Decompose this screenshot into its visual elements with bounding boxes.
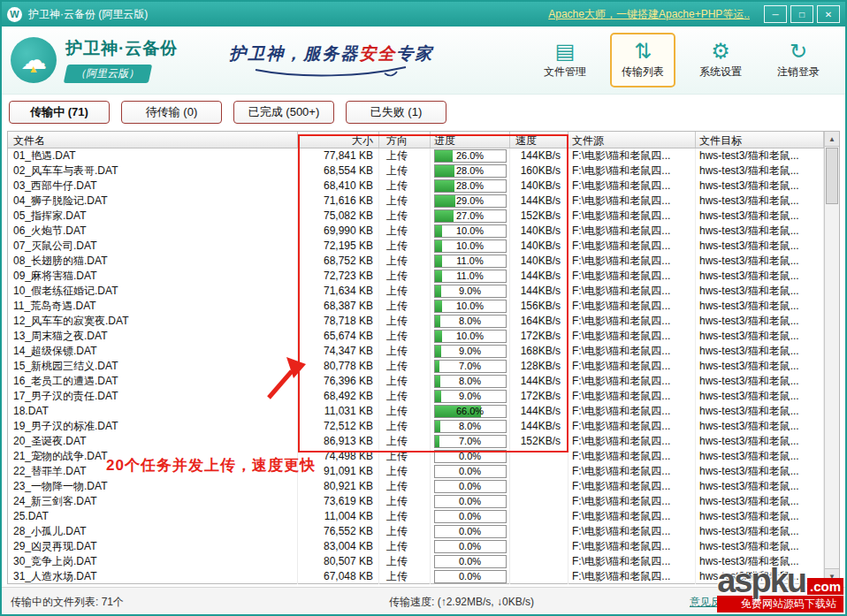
table-row[interactable]: 07_灭鼠公司.DAT72,195 KB上传10.0%140KB/sF:\电影\… (8, 239, 824, 254)
file-name-cell: 14_超级保镖.DAT (8, 344, 298, 359)
progress-label: 9.0% (435, 391, 506, 402)
nav-logout[interactable]: ↻ 注销登录 (766, 33, 831, 87)
table-row[interactable]: 15_新桃园三结义.DAT80,778 KB上传7.0%128KB/sF:\电影… (8, 359, 824, 374)
table-row[interactable]: 31_人造水场.DAT67,048 KB上传0.0%F:\电影\猫和老鼠四...… (8, 569, 824, 584)
target-cell: hws-test3/猫和老鼠... (696, 524, 824, 539)
tab-pending[interactable]: 待传输 (0) (121, 101, 222, 124)
table-row[interactable]: 20_圣诞夜.DAT86,913 KB上传7.0%152KB/sF:\电影\猫和… (8, 434, 824, 449)
progress-bar: 0.0% (434, 525, 507, 538)
file-size-cell: 68,492 KB (298, 389, 379, 404)
progress-cell: 0.0% (431, 479, 510, 494)
column-header-source[interactable]: 文件源 (568, 132, 696, 148)
target-cell: hws-test3/猫和老鼠... (696, 314, 824, 329)
tab-transferring[interactable]: 传输中 (71) (9, 101, 110, 124)
tab-failed[interactable]: 已失败 (1) (346, 101, 446, 124)
source-cell: F:\电影\猫和老鼠四... (568, 464, 696, 479)
file-size-cell: 71,616 KB (298, 194, 379, 209)
target-cell: hws-test3/猫和老鼠... (696, 479, 824, 494)
table-row[interactable]: 01_艳遇.DAT77,841 KB上传26.0%144KB/sF:\电影\猫和… (8, 148, 824, 164)
upload-arrow-icon: ▲ (28, 63, 39, 75)
column-header-target[interactable]: 文件目标 (696, 132, 824, 148)
progress-label: 0.0% (435, 571, 506, 582)
file-size-cell: 83,004 KB (298, 539, 379, 554)
progress-bar: 28.0% (434, 179, 507, 193)
table-header: 文件名 大小 方向 进度 速度 文件源 文件目标 (8, 132, 824, 148)
table-row[interactable]: 18.DAT11,031 KB上传66.0%144KB/sF:\电影\猫和老鼠四… (8, 404, 824, 419)
column-header-size[interactable]: 大小 (298, 132, 379, 148)
file-name-cell: 16_老员工的遭遇.DAT (8, 374, 298, 389)
file-name-cell: 23_一物降一物.DAT (8, 479, 298, 494)
column-header-progress[interactable]: 进度 (431, 132, 510, 148)
table-row[interactable]: 24_新三剑客.DAT73,619 KB上传0.0%F:\电影\猫和老鼠四...… (8, 494, 824, 509)
progress-label: 11.0% (435, 255, 506, 267)
table-row[interactable]: 11_荒岛奇遇.DAT68,387 KB上传10.0%156KB/sF:\电影\… (8, 299, 824, 314)
progress-label: 10.0% (435, 331, 506, 342)
file-name-cell: 17_男子汉的责任.DAT (8, 389, 298, 404)
table-row[interactable]: 25.DAT11,004 KB上传0.0%F:\电影\猫和老鼠四...hws-t… (8, 509, 824, 524)
table-row[interactable]: 21_宠物的战争.DAT74,498 KB上传0.0%F:\电影\猫和老鼠四..… (8, 449, 824, 464)
nav-system-settings[interactable]: ⚙ 系统设置 (688, 33, 753, 87)
minimize-button[interactable]: ─ (764, 5, 787, 23)
speed-cell: 144KB/s (510, 269, 568, 284)
table-row[interactable]: 03_西部牛仔.DAT68,410 KB上传28.0%140KB/sF:\电影\… (8, 179, 824, 194)
file-name-cell: 28_小孤儿.DAT (8, 524, 298, 539)
direction-cell: 上传 (379, 434, 431, 449)
scrollbar-thumb[interactable] (826, 148, 838, 204)
direction-cell: 上传 (379, 464, 431, 479)
tab-completed[interactable]: 已完成 (500+) (233, 101, 334, 124)
close-button[interactable]: ✕ (817, 5, 840, 23)
title-bar[interactable]: W 护卫神·云备份 (阿里云版) Apache大师，一键搭建Apache+PHP… (2, 2, 845, 27)
speed-cell: 140KB/s (510, 179, 568, 194)
file-name-cell: 07_灭鼠公司.DAT (8, 239, 298, 254)
vertical-scrollbar[interactable]: ▲ ▼ (824, 132, 839, 583)
table-row[interactable]: 06_火炮节.DAT69,990 KB上传10.0%140KB/sF:\电影\猫… (8, 224, 824, 239)
column-header-speed[interactable]: 速度 (510, 132, 568, 148)
progress-cell: 10.0% (431, 299, 510, 314)
target-cell: hws-test3/猫和老鼠... (696, 239, 824, 254)
promo-link[interactable]: Apache大师，一键搭建Apache+PHP等运.. (548, 7, 750, 22)
table-row[interactable]: 12_风车车的寂寞夜.DAT78,718 KB上传8.0%164KB/sF:\电… (8, 314, 824, 329)
maximize-button[interactable]: □ (790, 5, 813, 23)
column-header-direction[interactable]: 方向 (379, 132, 431, 148)
source-cell: F:\电影\猫和老鼠四... (568, 434, 696, 449)
app-logo: ☁ ▲ (11, 37, 57, 83)
table-row[interactable]: 30_竞争上岗.DAT80,507 KB上传0.0%F:\电影\猫和老鼠四...… (8, 554, 824, 569)
table-row[interactable]: 22_替罪羊.DAT91,091 KB上传0.0%F:\电影\猫和老鼠四...h… (8, 464, 824, 479)
file-size-cell: 75,082 KB (298, 209, 379, 224)
scroll-up-arrow-icon[interactable]: ▲ (825, 132, 839, 147)
table-row[interactable]: 09_麻将害猫.DAT72,723 KB上传11.0%144KB/sF:\电影\… (8, 269, 824, 284)
direction-cell: 上传 (379, 224, 431, 239)
source-cell: F:\电影\猫和老鼠四... (568, 449, 696, 464)
table-row[interactable]: 19_男子汉的标准.DAT72,512 KB上传8.0%144KB/sF:\电影… (8, 419, 824, 434)
speed-cell (510, 554, 568, 569)
table-row[interactable]: 13_周末猫之夜.DAT65,674 KB上传10.0%172KB/sF:\电影… (8, 329, 824, 344)
source-cell: F:\电影\猫和老鼠四... (568, 419, 696, 434)
speed-cell: 160KB/s (510, 164, 568, 179)
table-row[interactable]: 28_小孤儿.DAT76,552 KB上传0.0%F:\电影\猫和老鼠四...h… (8, 524, 824, 539)
target-cell: hws-test3/猫和老鼠... (696, 299, 824, 314)
direction-cell: 上传 (379, 449, 431, 464)
table-row[interactable]: 14_超级保镖.DAT74,347 KB上传9.0%168KB/sF:\电影\猫… (8, 344, 824, 359)
file-size-cell: 68,410 KB (298, 179, 379, 194)
progress-bar: 0.0% (434, 450, 507, 463)
file-size-cell: 72,723 KB (298, 269, 379, 284)
column-header-filename[interactable]: 文件名 (8, 132, 298, 148)
source-cell: F:\电影\猫和老鼠四... (568, 164, 696, 179)
table-row[interactable]: 05_指挥家.DAT75,082 KB上传27.0%152KB/sF:\电影\猫… (8, 209, 824, 224)
source-cell: F:\电影\猫和老鼠四... (568, 404, 696, 419)
table-row[interactable]: 17_男子汉的责任.DAT68,492 KB上传9.0%172KB/sF:\电影… (8, 389, 824, 404)
table-row[interactable]: 10_假老练征婚记.DAT71,634 KB上传9.0%144KB/sF:\电影… (8, 284, 824, 299)
direction-cell: 上传 (379, 299, 431, 314)
nav-file-manager[interactable]: ▤ 文件管理 (532, 33, 598, 87)
target-cell: hws-test3/猫和老鼠... (696, 164, 824, 179)
progress-cell: 29.0% (431, 194, 510, 209)
progress-bar: 10.0% (434, 240, 507, 253)
table-row[interactable]: 29_凶灵再现.DAT83,004 KB上传0.0%F:\电影\猫和老鼠四...… (8, 539, 824, 554)
table-row[interactable]: 23_一物降一物.DAT80,921 KB上传0.0%F:\电影\猫和老鼠四..… (8, 479, 824, 494)
nav-transfer-list[interactable]: ⇅ 传输列表 (610, 33, 675, 87)
table-row[interactable]: 16_老员工的遭遇.DAT76,396 KB上传8.0%144KB/sF:\电影… (8, 374, 824, 389)
speed-cell: 144KB/s (510, 148, 568, 164)
table-row[interactable]: 08_长翅膀的猫.DAT68,752 KB上传11.0%140KB/sF:\电影… (8, 254, 824, 269)
table-row[interactable]: 02_风车车与表哥.DAT68,554 KB上传28.0%160KB/sF:\电… (8, 164, 824, 179)
table-row[interactable]: 04_狮子脱险记.DAT71,616 KB上传29.0%144KB/sF:\电影… (8, 194, 824, 209)
